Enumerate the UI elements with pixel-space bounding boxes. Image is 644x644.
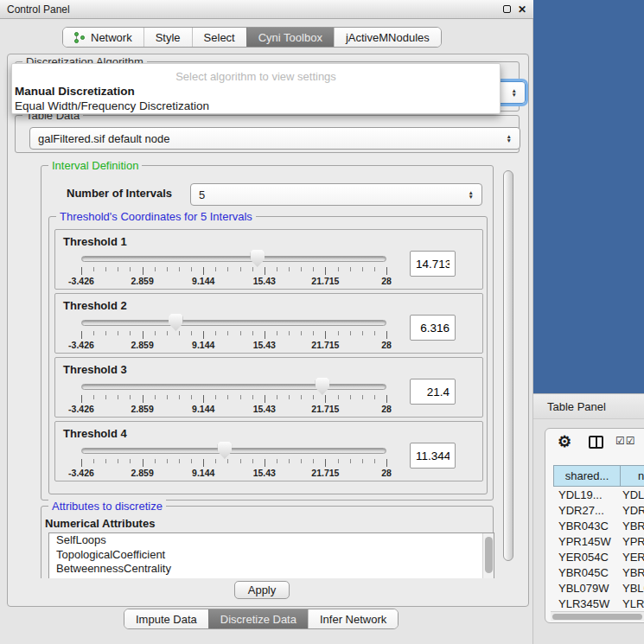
table-cell[interactable]: YBL0 [620,582,644,595]
stepper-icon[interactable]: ▲▼ [507,134,512,143]
algorithm-option-equal-width[interactable]: Equal Width/Frequency Discretization [15,99,209,112]
table-panel-titlebar: Table Panel [533,393,644,419]
table-cell[interactable]: YBR0 [620,566,644,579]
number-of-intervals-label: Number of Intervals [67,187,172,200]
table-row[interactable]: YLR345W YLR3 [553,596,644,611]
table-cell[interactable]: YLR3 [620,597,644,610]
slider-thumb[interactable] [169,314,183,331]
stepper-icon[interactable]: ▲▼ [512,88,517,97]
table-row[interactable]: YDL19... YDL1 [553,487,644,502]
table-row[interactable]: YBL079W YBL0 [553,580,644,596]
column-checkboxes-icon[interactable]: ☑☑ [615,435,636,447]
tab-label: Discretize Data [220,613,296,626]
network-desktop: GAL80GACGAL11GAL4GCY1HHAP2 [533,0,644,393]
tab-cyni-toolbox[interactable]: Cyni Toolbox [246,28,334,47]
table-row[interactable]: YPR145W YPR1 [553,533,644,549]
tick-label: 28 [381,276,392,286]
tick-label: 28 [381,468,392,478]
threshold-slider[interactable]: -3.4262.8599.14415.4321.71528 [81,316,386,353]
table-cell[interactable]: YPR1 [620,535,644,548]
threshold-slider[interactable]: -3.4262.8599.14415.4321.71528 [81,252,386,289]
number-of-intervals-combobox[interactable]: 5 ▲▼ [190,183,482,206]
table-header-name[interactable]: n [620,465,644,487]
list-vertical-scrollbar[interactable] [482,533,494,578]
slider-track[interactable] [81,384,386,390]
slider-track[interactable] [81,448,386,454]
close-icon[interactable]: ✕ [518,5,526,14]
tab-impute-data[interactable]: Impute Data [124,609,208,628]
table-cell[interactable]: YDL1 [620,488,644,501]
table-cell[interactable]: YER054C [553,551,620,564]
slider-major-ticks [81,331,387,339]
table-cell[interactable]: YPR145W [553,535,620,548]
threshold-panel: Threshold 3 -3.4262.8599.14415.4321.7152… [54,357,483,418]
slider-major-ticks [81,267,387,275]
top-tab-bar: NetworkStyleSelectCyni ToolboxjActiveMNo… [62,27,442,48]
tick-label: 28 [381,404,392,414]
table-row[interactable]: YBR043C YBR0 [553,518,644,533]
attribute-list-item[interactable]: SelfLoops [49,533,494,548]
tab-style[interactable]: Style [143,28,192,47]
table-row[interactable]: YDR27... YDR2 [553,502,644,518]
threshold-slider[interactable]: -3.4262.8599.14415.4321.71528 [81,444,386,481]
threshold-slider[interactable]: -3.4262.8599.14415.4321.71528 [81,380,386,417]
apply-button[interactable]: Apply [234,581,290,599]
slider-tick-labels: -3.4262.8599.14415.4321.71528 [81,404,386,415]
table-cell[interactable]: YLR345W [553,597,620,610]
threshold-value-field[interactable] [410,379,456,405]
table-data-value: galFiltered.sif default node [38,132,169,145]
slider-thumb[interactable] [217,442,232,459]
table-row[interactable]: YBR045C YBR0 [553,564,644,580]
bottom-tab-bar: Impute DataDiscretize DataInfer Network [124,609,399,629]
tab-jactivemnodules[interactable]: jActiveMNodules [334,28,441,47]
tick-label: 2.859 [131,276,153,286]
stepper-icon[interactable]: ▲▼ [469,190,474,199]
table-cell[interactable]: YDR2 [620,504,644,517]
threshold-panel: Threshold 2 -3.4262.8599.14415.4321.7152… [54,293,483,354]
attribute-list-item[interactable]: BetweennessCentrality [49,562,494,577]
group-title: Attributes to discretize [48,500,166,513]
table-data-combobox[interactable]: galFiltered.sif default node ▲▼ [29,127,520,150]
float-window-icon[interactable] [503,5,511,13]
horizontal-scrollbar-thumb[interactable] [552,614,642,620]
table-row[interactable]: YER054C YER0 [553,549,644,564]
table-cell[interactable]: YDL19... [553,488,620,501]
tab-label: Select [204,31,235,44]
split-columns-icon[interactable] [589,436,603,449]
vertical-scrollbar-thumb[interactable] [503,170,513,561]
table-cell[interactable]: YBR043C [553,520,620,532]
horizontal-scrollbar[interactable] [551,611,644,621]
tick-label: -3.426 [68,276,94,286]
tab-network[interactable]: Network [63,28,143,47]
numerical-attributes-list[interactable]: SelfLoopsTopologicalCoefficientBetweenne… [48,532,494,578]
threshold-value-field[interactable] [410,251,456,277]
threshold-value-field[interactable] [410,315,456,341]
algorithm-option-manual[interactable]: Manual Discretization [15,85,135,98]
slider-tick-labels: -3.4262.8599.14415.4321.71528 [81,468,386,479]
tab-select[interactable]: Select [192,28,246,47]
threshold-label: Threshold 1 [63,235,127,248]
threshold-panel: Threshold 1 -3.4262.8599.14415.4321.7152… [54,229,483,290]
tick-label: 9.144 [192,404,214,414]
slider-thumb[interactable] [250,250,265,267]
table-panel-title: Table Panel [547,400,606,413]
table-cell[interactable]: YDR27... [553,504,620,517]
tick-label: 21.715 [311,276,339,286]
table-cell[interactable]: YBR0 [620,520,644,532]
slider-track[interactable] [81,320,386,326]
tab-label: Impute Data [136,613,197,626]
tick-label: 15.43 [253,468,276,478]
slider-track[interactable] [81,256,386,262]
table-cell[interactable]: YBL079W [553,582,620,595]
attribute-list-item[interactable]: TopologicalCoefficient [49,548,494,563]
tick-label: 2.859 [131,404,153,414]
table-cell[interactable]: YBR045C [553,566,620,579]
tick-label: 21.715 [311,404,339,414]
gear-icon[interactable]: ⚙ [558,432,571,451]
tab-infer-network[interactable]: Infer Network [308,609,398,628]
slider-thumb[interactable] [315,378,329,395]
table-header-shared[interactable]: shared... [553,465,620,487]
table-cell[interactable]: YER0 [620,551,644,564]
threshold-value-field[interactable] [410,443,456,469]
tab-discretize-data[interactable]: Discretize Data [208,609,308,628]
